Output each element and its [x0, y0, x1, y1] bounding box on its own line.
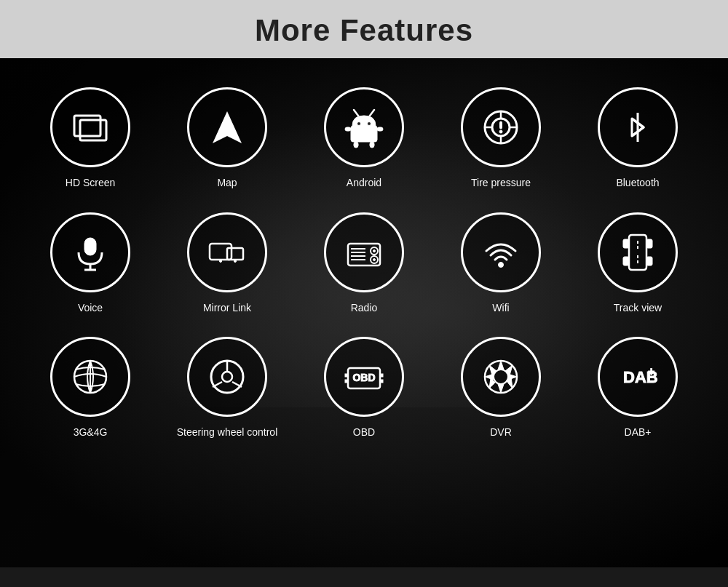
steering-wheel-circle — [187, 337, 267, 417]
svg-rect-25 — [210, 244, 232, 260]
svg-point-37 — [373, 258, 376, 260]
feature-hd-screen[interactable]: HD Screen — [22, 80, 159, 205]
svg-rect-42 — [646, 257, 652, 265]
voice-label: Voice — [78, 301, 103, 316]
svg-point-9 — [368, 122, 371, 126]
3g4g-circle — [50, 337, 130, 417]
radio-icon — [342, 231, 386, 274]
features-grid: HD Screen Map — [0, 58, 728, 462]
svg-rect-1 — [80, 120, 106, 140]
android-label: Android — [347, 176, 381, 191]
svg-line-10 — [354, 110, 358, 116]
voice-icon — [68, 231, 112, 274]
svg-point-19 — [499, 130, 502, 133]
voice-circle — [50, 212, 130, 292]
steering-wheel-icon — [205, 355, 249, 399]
tire-pressure-icon — [479, 105, 523, 149]
feature-track-view[interactable]: Track view — [569, 205, 706, 330]
svg-rect-4 — [354, 142, 358, 148]
feature-dvr[interactable]: DVR — [432, 330, 569, 455]
svg-rect-55 — [380, 374, 383, 377]
svg-rect-6 — [345, 127, 351, 131]
svg-text:+: + — [648, 365, 654, 378]
3g4g-label: 3G&4G — [74, 426, 108, 440]
hd-screen-icon — [68, 105, 112, 149]
feature-obd[interactable]: OBD OBD — [296, 330, 432, 455]
obd-circle: OBD — [324, 337, 404, 417]
obd-icon: OBD — [342, 355, 386, 399]
dab-label: DAB+ — [625, 426, 652, 440]
svg-rect-27 — [227, 248, 243, 260]
svg-point-28 — [234, 260, 237, 262]
svg-point-36 — [373, 249, 376, 252]
track-view-icon — [616, 231, 660, 274]
svg-point-38 — [499, 262, 504, 267]
feature-3g4g[interactable]: 3G&4G — [22, 330, 159, 455]
radio-circle — [324, 212, 404, 292]
svg-rect-18 — [500, 121, 502, 129]
svg-rect-22 — [84, 238, 96, 255]
feature-voice[interactable]: Voice — [22, 205, 159, 330]
feature-radio[interactable]: Radio — [296, 205, 432, 330]
tire-pressure-label: Tire pressure — [471, 176, 531, 191]
wifi-circle — [461, 212, 541, 292]
svg-rect-0 — [74, 116, 100, 136]
radio-label: Radio — [351, 301, 378, 316]
svg-rect-39 — [623, 239, 629, 248]
feature-mirror-link[interactable]: Mirror Link — [159, 205, 296, 330]
hd-screen-circle — [50, 87, 130, 167]
mirror-link-label: Mirror Link — [203, 301, 251, 316]
map-label: Map — [217, 176, 237, 191]
svg-rect-54 — [345, 374, 348, 377]
main-content: HD Screen Map — [0, 58, 728, 567]
bluetooth-icon — [616, 105, 660, 149]
map-icon — [205, 105, 249, 149]
wifi-icon — [479, 231, 523, 274]
network-icon — [68, 355, 112, 399]
feature-bluetooth[interactable]: Bluetooth — [569, 80, 706, 205]
feature-tire-pressure[interactable]: Tire pressure — [432, 80, 569, 205]
hd-screen-label: HD Screen — [66, 176, 115, 191]
svg-rect-5 — [370, 142, 374, 148]
feature-android[interactable]: Android — [296, 80, 432, 205]
svg-rect-56 — [345, 380, 348, 383]
page-title: More Features — [0, 13, 728, 48]
svg-rect-40 — [646, 239, 652, 248]
svg-rect-41 — [623, 257, 629, 265]
bluetooth-label: Bluetooth — [616, 176, 659, 191]
track-view-circle — [598, 212, 678, 292]
svg-point-8 — [357, 122, 361, 126]
map-circle — [187, 87, 267, 167]
mirror-link-icon — [205, 231, 249, 274]
feature-steering-wheel[interactable]: Steering wheel control — [159, 330, 296, 455]
feature-map[interactable]: Map — [159, 80, 296, 205]
svg-marker-2 — [213, 111, 242, 143]
obd-label: OBD — [353, 426, 375, 440]
svg-rect-7 — [377, 127, 383, 131]
svg-rect-3 — [351, 126, 377, 142]
bluetooth-circle — [598, 87, 678, 167]
steering-wheel-label: Steering wheel control — [177, 426, 278, 440]
track-view-label: Track view — [614, 301, 662, 316]
feature-dab[interactable]: DAB + DAB+ — [569, 330, 706, 455]
wifi-label: Wifi — [492, 301, 509, 316]
svg-line-11 — [370, 110, 374, 116]
mirror-link-circle — [187, 212, 267, 292]
feature-wifi[interactable]: Wifi — [432, 205, 569, 330]
dab-icon: DAB + — [616, 355, 660, 399]
svg-point-48 — [222, 372, 232, 382]
android-icon — [342, 105, 386, 149]
dvr-circle — [461, 337, 541, 417]
dab-circle: DAB + — [598, 337, 678, 417]
android-circle — [324, 87, 404, 167]
header: More Features — [0, 0, 728, 58]
svg-text:OBD: OBD — [352, 372, 375, 383]
dvr-label: DVR — [490, 426, 512, 440]
svg-rect-57 — [380, 380, 383, 383]
dvr-icon — [479, 355, 523, 399]
tire-pressure-circle — [461, 87, 541, 167]
svg-point-26 — [220, 260, 222, 262]
